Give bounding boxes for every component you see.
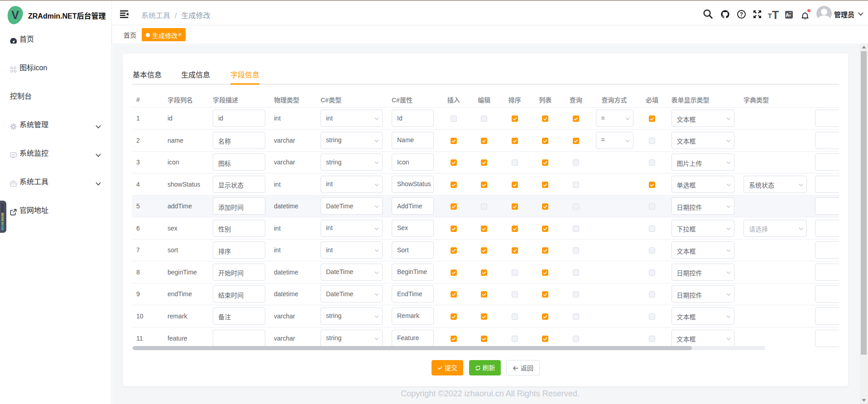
svg-text:V: V — [11, 9, 19, 21]
svg-text:?: ? — [739, 11, 743, 18]
